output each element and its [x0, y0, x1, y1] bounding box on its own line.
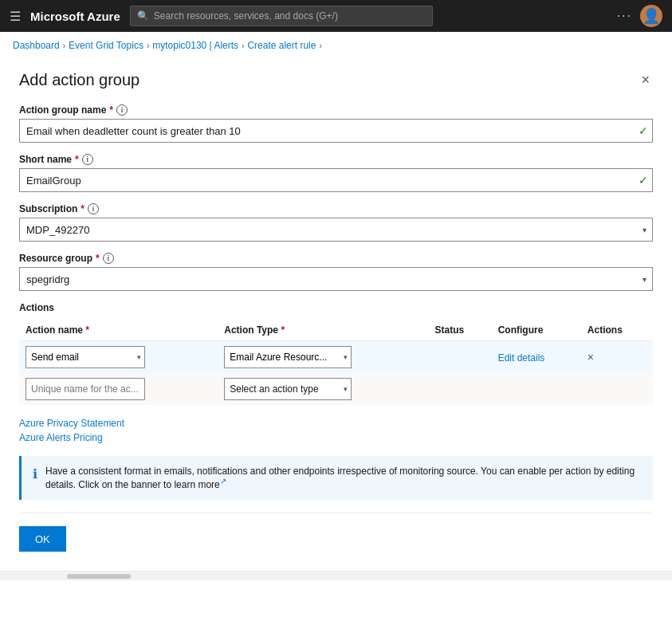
table-header-row: Action name * Action Type * Status Confi… [19, 320, 653, 341]
links-section: Azure Privacy Statement Azure Alerts Pri… [19, 418, 653, 443]
info-icon-2[interactable]: i [82, 154, 93, 165]
page-wrapper: Dashboard › Event Grid Topics › mytopic0… [0, 32, 672, 625]
azure-privacy-link[interactable]: Azure Privacy Statement [19, 418, 653, 429]
breadcrumb-sep-2: › [147, 41, 149, 50]
col-header-action-type: Action Type * [218, 320, 428, 341]
col-header-action-name: Action name * [19, 320, 218, 341]
input-checkmark-2: ✓ [639, 174, 648, 187]
edit-details-link[interactable]: Edit details [498, 352, 545, 364]
action-group-name-input[interactable]: Email when deadletter count is greater t… [19, 119, 653, 143]
dialog-title: Add action group [19, 71, 140, 89]
resource-group-select-wrapper: spegridrg ▾ [19, 267, 653, 291]
action-type-select[interactable]: Email Azure Resourc... [224, 346, 352, 368]
subscription-label: Subscription * i [19, 203, 653, 214]
subscription-group: Subscription * i MDP_492270 ▾ [19, 203, 653, 242]
info-icon-3[interactable]: i [88, 203, 99, 214]
new-action-name-input[interactable] [26, 378, 145, 400]
breadcrumb-event-grid[interactable]: Event Grid Topics [69, 40, 143, 51]
table-row: Send email ▾ Email Azure Resourc... ▾ [19, 341, 653, 374]
action-group-name-group: Action group name * i Email when deadlet… [19, 104, 653, 143]
action-group-name-field: Email when deadletter count is greater t… [19, 119, 653, 143]
actions-section-label: Actions [19, 302, 653, 313]
subscription-select-wrapper: MDP_492270 ▾ [19, 218, 653, 242]
subscription-select[interactable]: MDP_492270 [19, 218, 653, 242]
dialog-header: Add action group × [19, 56, 653, 104]
configure-cell: Edit details [492, 341, 581, 374]
breadcrumb-sep-4: › [319, 41, 321, 50]
breadcrumb-sep-3: › [242, 41, 244, 50]
search-bar[interactable]: 🔍 Search resources, services, and docs (… [130, 6, 433, 26]
required-star-2: * [75, 154, 79, 165]
col-header-actions: Actions [581, 320, 653, 341]
new-status-cell [429, 373, 492, 405]
action-type-cell: Email Azure Resourc... ▾ [218, 341, 428, 374]
new-action-type-cell: Select an action type ▾ [218, 373, 428, 405]
hamburger-icon[interactable]: ☰ [10, 9, 21, 24]
breadcrumb-sep-1: › [63, 41, 65, 50]
info-banner: ℹ Have a consistent format in emails, no… [19, 456, 653, 500]
breadcrumb-create-alert[interactable]: Create alert rule [247, 40, 316, 51]
breadcrumb: Dashboard › Event Grid Topics › mytopic0… [0, 32, 672, 56]
info-banner-link[interactable]: ↗ [220, 479, 226, 490]
input-checkmark-1: ✓ [639, 124, 648, 137]
add-action-group-dialog: Add action group × Action group name * i… [0, 56, 672, 571]
actions-section: Actions Action name * Action Type * Stat… [19, 302, 653, 405]
ok-button[interactable]: OK [19, 526, 66, 552]
info-banner-icon: ℹ [33, 466, 37, 490]
breadcrumb-dashboard[interactable]: Dashboard [13, 40, 60, 51]
new-action-name-cell [19, 373, 218, 405]
new-configure-cell [492, 373, 581, 405]
action-name-select[interactable]: Send email [26, 346, 145, 368]
scrollbar-thumb[interactable] [67, 574, 131, 579]
action-type-select-wrapper: Email Azure Resourc... ▾ [224, 346, 352, 368]
nav-right: ··· 👤 [617, 5, 662, 27]
required-star-4: * [96, 253, 100, 264]
action-name-cell: Send email ▾ [19, 341, 218, 374]
delete-row-button[interactable]: × [588, 351, 594, 364]
info-banner-text: Have a consistent format in emails, noti… [45, 466, 642, 490]
actions-table: Action name * Action Type * Status Confi… [19, 320, 653, 405]
search-placeholder: Search resources, services, and docs (G+… [154, 10, 338, 22]
short-name-group: Short name * i EmailGroup ✓ [19, 154, 653, 192]
action-group-name-label: Action group name * i [19, 104, 653, 116]
azure-pricing-link[interactable]: Azure Alerts Pricing [19, 432, 653, 443]
resource-group-select[interactable]: spegridrg [19, 267, 653, 291]
col-header-configure: Configure [492, 320, 581, 341]
new-action-name-wrapper [26, 378, 145, 400]
dialog-footer: OK [19, 513, 653, 552]
info-icon-1[interactable]: i [116, 104, 128, 116]
bottom-scrollbar[interactable] [0, 571, 672, 580]
nav-dots[interactable]: ··· [617, 9, 632, 23]
status-cell [429, 341, 492, 374]
resource-group-group: Resource group * i spegridrg ▾ [19, 253, 653, 291]
search-icon: 🔍 [137, 10, 149, 22]
breadcrumb-topic-alerts[interactable]: mytopic0130 | Alerts [152, 40, 238, 51]
action-name-select-wrapper: Send email ▾ [26, 346, 145, 368]
dialog-close-button[interactable]: × [638, 69, 653, 92]
required-star-1: * [109, 104, 113, 116]
new-actions-cell [581, 373, 653, 405]
col-header-status: Status [429, 320, 492, 341]
new-action-row: Select an action type ▾ [19, 373, 653, 405]
new-action-type-select[interactable]: Select an action type [224, 378, 352, 400]
resource-group-label: Resource group * i [19, 253, 653, 264]
required-star-3: * [81, 203, 84, 214]
avatar[interactable]: 👤 [640, 5, 662, 27]
actions-cell: × [581, 341, 653, 374]
info-icon-4[interactable]: i [103, 253, 114, 264]
short-name-input[interactable]: EmailGroup [19, 168, 653, 192]
short-name-field: EmailGroup ✓ [19, 168, 653, 192]
app-title: Microsoft Azure [30, 10, 120, 23]
new-action-type-wrapper: Select an action type ▾ [224, 378, 352, 400]
top-nav: ☰ Microsoft Azure 🔍 Search resources, se… [0, 0, 672, 32]
short-name-label: Short name * i [19, 154, 653, 165]
